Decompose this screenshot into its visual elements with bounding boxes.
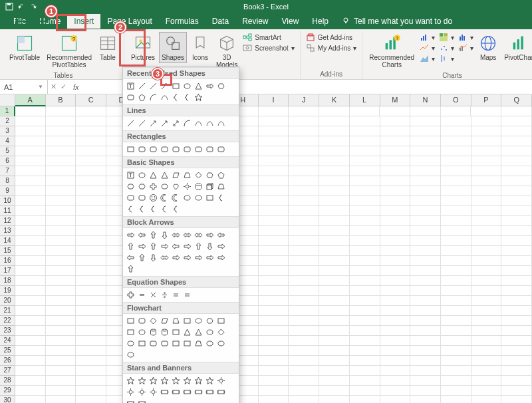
cell[interactable]: [259, 316, 289, 326]
cancel-icon[interactable]: ✕: [51, 82, 57, 91]
row-header[interactable]: 6: [0, 156, 15, 166]
shape-glyph[interactable]: [137, 92, 147, 102]
cell[interactable]: [380, 176, 411, 186]
shape-glyph[interactable]: [126, 144, 136, 154]
cell[interactable]: [15, 186, 46, 196]
chart-hier-button[interactable]: ▾: [438, 32, 456, 43]
cell[interactable]: [76, 316, 106, 326]
shape-glyph[interactable]: [160, 387, 170, 397]
cell[interactable]: [471, 286, 502, 296]
cell[interactable]: [350, 206, 380, 216]
cell[interactable]: [289, 206, 319, 216]
shape-glyph[interactable]: [126, 253, 136, 263]
cell[interactable]: [380, 346, 411, 356]
shape-glyph[interactable]: [216, 376, 226, 386]
table-button[interactable]: Table: [96, 32, 120, 63]
shape-glyph[interactable]: [126, 338, 136, 348]
cell[interactable]: [319, 386, 350, 396]
cell[interactable]: [441, 196, 471, 206]
cell[interactable]: [350, 246, 380, 256]
tab-help[interactable]: Help: [305, 14, 335, 29]
cell[interactable]: [501, 236, 532, 246]
cell[interactable]: [319, 376, 350, 386]
cell[interactable]: [471, 356, 502, 366]
cell[interactable]: [289, 356, 319, 366]
row-header[interactable]: 17: [0, 266, 15, 276]
shape-glyph[interactable]: [171, 338, 181, 348]
shape-glyph[interactable]: [160, 170, 170, 180]
cell[interactable]: [76, 276, 106, 286]
cell[interactable]: [501, 316, 532, 326]
shape-glyph[interactable]: [194, 118, 203, 128]
cell[interactable]: [410, 266, 441, 276]
cell[interactable]: [410, 306, 441, 316]
shape-glyph[interactable]: [171, 327, 181, 337]
cell[interactable]: [410, 206, 441, 216]
row-header[interactable]: 2: [0, 116, 15, 126]
tell-me[interactable]: Tell me what you want to do: [342, 17, 452, 27]
shape-glyph[interactable]: [216, 327, 226, 337]
cell[interactable]: [441, 186, 471, 196]
cell[interactable]: [380, 166, 411, 176]
cell[interactable]: [15, 126, 46, 136]
row-header[interactable]: 24: [0, 336, 15, 346]
cell[interactable]: [380, 376, 411, 386]
column-header[interactable]: M: [380, 94, 411, 106]
shape-glyph[interactable]: [205, 118, 215, 128]
column-header[interactable]: Q: [501, 94, 532, 106]
cell[interactable]: [46, 346, 76, 356]
cell[interactable]: [15, 376, 46, 386]
shape-glyph[interactable]: [205, 182, 215, 192]
cell[interactable]: [76, 256, 106, 266]
cell[interactable]: [259, 306, 289, 316]
shape-glyph[interactable]: [171, 290, 181, 300]
cell[interactable]: [259, 286, 289, 296]
cell[interactable]: [319, 206, 350, 216]
tab-pagelayout[interactable]: Page Layout: [100, 14, 158, 29]
cell[interactable]: [15, 176, 46, 186]
shapes-button[interactable]: Shapes: [159, 32, 187, 63]
cell[interactable]: [501, 296, 532, 306]
shape-glyph[interactable]: [171, 193, 181, 203]
shape-glyph[interactable]: [194, 182, 203, 192]
cell[interactable]: [441, 266, 471, 276]
shape-glyph[interactable]: [148, 144, 158, 154]
chart-area-button[interactable]: ▾: [418, 53, 436, 64]
cell[interactable]: [259, 276, 289, 286]
cell[interactable]: [46, 236, 76, 246]
cell[interactable]: [471, 106, 501, 116]
row-header[interactable]: 29: [0, 386, 15, 396]
cell[interactable]: [350, 116, 380, 126]
cell[interactable]: [410, 106, 441, 116]
pivotchart-button[interactable]: PivotChart: [501, 32, 532, 63]
shape-glyph[interactable]: [182, 144, 192, 154]
shape-glyph[interactable]: [194, 338, 203, 348]
cell[interactable]: [15, 246, 46, 256]
cell[interactable]: [380, 296, 411, 306]
column-header[interactable]: B: [46, 94, 76, 106]
cell[interactable]: [501, 116, 532, 126]
shape-glyph[interactable]: [148, 327, 158, 337]
cell[interactable]: [350, 136, 380, 146]
shape-glyph[interactable]: [148, 118, 158, 128]
shape-glyph[interactable]: [137, 338, 147, 348]
cell[interactable]: [350, 196, 380, 206]
row-header[interactable]: 19: [0, 286, 15, 296]
column-header[interactable]: P: [471, 94, 502, 106]
cell[interactable]: [380, 336, 411, 346]
column-header[interactable]: L: [350, 94, 380, 106]
cell[interactable]: [471, 196, 502, 206]
shape-glyph[interactable]: [126, 170, 136, 180]
cell[interactable]: [76, 306, 106, 316]
cell[interactable]: [46, 306, 76, 316]
shape-glyph[interactable]: [205, 230, 215, 240]
shape-glyph[interactable]: [126, 118, 136, 128]
column-header[interactable]: O: [441, 94, 471, 106]
cell[interactable]: [76, 196, 106, 206]
shape-glyph[interactable]: [126, 193, 136, 203]
cell[interactable]: [441, 326, 471, 336]
row-header[interactable]: 11: [0, 206, 15, 216]
cell[interactable]: [259, 346, 289, 356]
shape-glyph[interactable]: [216, 316, 226, 326]
row-header[interactable]: 23: [0, 326, 15, 336]
